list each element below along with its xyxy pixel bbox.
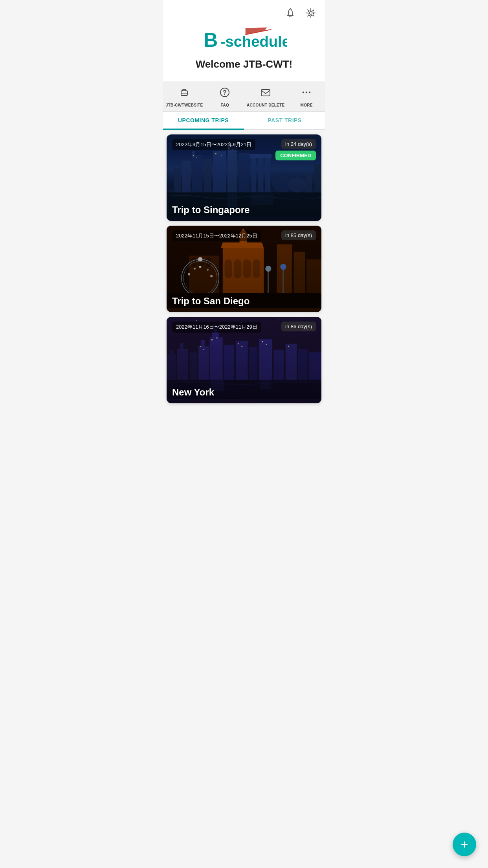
svg-point-2 — [308, 10, 314, 16]
account-delete-label: ACCOUNT DELETE — [247, 103, 284, 107]
newyork-days: in 86 day(s) — [281, 322, 316, 331]
action-account-delete[interactable]: ACCOUNT DELETE — [247, 87, 284, 107]
trip-card-newyork[interactable]: 2022年11月16日〜2022年11月29日 in 86 day(s) New… — [167, 317, 321, 403]
tab-past[interactable]: PAST TRIPS — [244, 112, 325, 129]
action-faq[interactable]: ? FAQ — [209, 87, 240, 107]
svg-text:-schedule: -schedule — [220, 33, 287, 50]
singapore-badges: in 24 day(s) CONFIRMED — [275, 139, 316, 160]
svg-text:?: ? — [223, 89, 227, 96]
singapore-days: in 24 day(s) — [281, 139, 316, 149]
welcome-text: Welcome JTB-CWT! — [171, 58, 317, 70]
sandiego-card-bottom: Trip to San Diego — [172, 296, 316, 307]
newyork-date: 2022年11月16日〜2022年11月29日 — [172, 322, 261, 333]
faq-label: FAQ — [221, 103, 229, 107]
singapore-card-bottom: Trip to Singapore — [172, 204, 316, 215]
envelope-icon — [260, 87, 271, 101]
svg-point-11 — [306, 92, 307, 93]
tab-upcoming[interactable]: UPCOMING TRIPS — [163, 112, 244, 129]
website-label: JTB-CWTWEBSITE — [166, 103, 203, 107]
briefcase-icon — [179, 87, 190, 101]
quick-actions: JTB-CWTWEBSITE ? FAQ ACCOUNT DELETE — [163, 81, 325, 112]
settings-button[interactable] — [304, 6, 317, 22]
header: B -schedule Welcome JTB-CWT! — [163, 0, 325, 81]
svg-rect-9 — [261, 90, 270, 96]
newyork-content: 2022年11月16日〜2022年11月29日 in 86 day(s) New… — [167, 317, 321, 403]
newyork-card-top: 2022年11月16日〜2022年11月29日 in 86 day(s) — [172, 322, 316, 333]
sandiego-title: Trip to San Diego — [172, 296, 250, 307]
svg-point-1 — [310, 12, 312, 15]
app-logo: B -schedule — [201, 25, 287, 53]
bell-icon — [285, 8, 295, 18]
sandiego-days: in 85 day(s) — [281, 230, 316, 240]
logo-area: B -schedule — [171, 25, 317, 53]
newyork-badges: in 86 day(s) — [281, 322, 316, 331]
sandiego-card-top: 2022年11月15日〜2022年12月25日 in 85 day(s) — [172, 230, 316, 241]
sandiego-badges: in 85 day(s) — [281, 230, 316, 240]
trips-list: 2022年9月15日〜2022年9月21日 in 24 day(s) CONFI… — [163, 130, 325, 435]
trip-card-sandiego[interactable]: 2022年11月15日〜2022年12月25日 in 85 day(s) Tri… — [167, 226, 321, 312]
tabs: UPCOMING TRIPS PAST TRIPS — [163, 112, 325, 130]
singapore-card-top: 2022年9月15日〜2022年9月21日 in 24 day(s) CONFI… — [172, 139, 316, 160]
newyork-card-bottom: New York — [172, 387, 316, 398]
svg-point-12 — [309, 92, 310, 93]
sandiego-date: 2022年11月15日〜2022年12月25日 — [172, 230, 261, 241]
gear-icon — [306, 8, 316, 18]
action-website[interactable]: JTB-CWTWEBSITE — [166, 87, 203, 107]
singapore-confirmed: CONFIRMED — [275, 151, 316, 160]
action-more[interactable]: MORE — [291, 87, 322, 107]
sandiego-content: 2022年11月15日〜2022年12月25日 in 85 day(s) Tri… — [167, 226, 321, 312]
svg-point-10 — [303, 92, 304, 93]
more-label: MORE — [301, 103, 313, 107]
svg-text:B: B — [204, 29, 218, 51]
question-icon: ? — [219, 87, 230, 101]
trip-card-singapore[interactable]: 2022年9月15日〜2022年9月21日 in 24 day(s) CONFI… — [167, 134, 321, 221]
singapore-title: Trip to Singapore — [172, 204, 250, 215]
notification-button[interactable] — [284, 6, 297, 22]
singapore-date: 2022年9月15日〜2022年9月21日 — [172, 139, 255, 150]
ellipsis-icon — [301, 87, 312, 101]
singapore-content: 2022年9月15日〜2022年9月21日 in 24 day(s) CONFI… — [167, 134, 321, 221]
svg-point-0 — [290, 8, 291, 9]
header-icons — [171, 6, 317, 22]
newyork-title: New York — [172, 387, 214, 398]
